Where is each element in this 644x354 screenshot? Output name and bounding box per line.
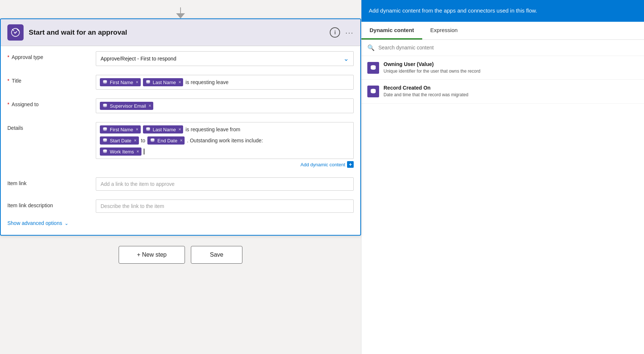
panel-header: Add dynamic content from the apps and co… [361,0,644,22]
item-link-field[interactable]: Add a link to the item to approve [96,177,354,191]
info-button[interactable]: i [330,27,340,38]
assigned-to-token-field[interactable]: Supervisor Email × [96,98,354,113]
title-label: * Title [7,75,96,84]
token-last-name-title-text: Last Name [153,80,176,85]
panel-search-bar: 🔍 [361,40,644,56]
show-advanced-button[interactable]: Show advanced options ⌄ [7,216,69,228]
token-first-name-title[interactable]: First Name × [100,78,141,86]
token-first-name-details[interactable]: First Name × [100,125,141,133]
token-work-items-text: Work Items [110,149,134,155]
item-link-desc-input-area: Describe the link to the item [96,199,354,213]
card-header: Start and wait for an approval i ··· [1,19,360,46]
title-row: * Title First Name × [7,70,354,93]
details-label: Details [7,122,96,131]
add-dynamic-label: Add dynamic content [301,162,345,167]
approval-icon-wrap [7,24,24,41]
item-link-desc-placeholder: Describe the link to the item [101,203,164,209]
new-step-button[interactable]: + New step [119,246,185,264]
assigned-to-label: * Assigned to [7,98,96,107]
token-start-date-text: Start Date [110,138,132,143]
approval-type-input-area: Approve/Reject - First to respond ⌄ [96,51,354,66]
token-supervisor-email[interactable]: Supervisor Email × [100,102,153,110]
panel-search-input[interactable] [378,45,638,51]
assigned-to-row: * Assigned to Supervisor Email × [7,93,354,117]
more-options-button[interactable]: ··· [345,28,354,37]
card-body: * Approval type Approve/Reject - First t… [1,46,360,235]
item-name-2: Record Created On [384,85,638,91]
token-start-date[interactable]: Start Date × [100,136,139,145]
details-row: Details First Name × [7,117,354,172]
token-work-items[interactable]: Work Items × [100,148,141,156]
token-end-date-close[interactable]: × [180,138,182,143]
token-last-name-details-close[interactable]: × [178,127,181,132]
item-db-icon-1 [367,62,379,74]
approval-type-row: * Approval type Approve/Reject - First t… [7,46,354,70]
item-text-1: Owning User (Value) Unique identifier fo… [384,61,638,74]
list-item[interactable]: Owning User (Value) Unique identifier fo… [361,56,644,80]
add-dynamic-plus-icon: + [347,161,354,168]
chevron-down-icon: ⌄ [64,221,69,226]
item-link-row: Item link Add a link to the item to appr… [7,172,354,194]
save-button[interactable]: Save [191,246,242,264]
details-line-3: Work Items × [100,148,350,156]
item-link-label: Item link [7,177,96,186]
tab-dynamic-content[interactable]: Dynamic content [361,22,422,39]
add-dynamic-button[interactable]: Add dynamic content + [301,161,354,168]
approval-icon [11,28,20,37]
token-last-name-details-text: Last Name [153,127,176,132]
assigned-to-input-area: Supervisor Email × [96,98,354,113]
title-static-text: is requesting leave [185,79,228,85]
details-field[interactable]: First Name × Last Name × is requesting l [96,122,354,159]
dropdown-arrow-icon: ⌄ [343,55,349,63]
token-db-icon-4 [102,126,108,132]
item-link-desc-label: Item link description [7,199,96,208]
item-text-2: Record Created On Date and time that the… [384,85,638,98]
title-input-area: First Name × Last Name × is requesting l… [96,75,354,90]
token-db-icon-5 [145,126,151,132]
token-end-date-text: End Date [157,138,177,143]
token-end-date[interactable]: End Date × [147,136,185,145]
token-first-name-title-text: First Name [110,80,133,85]
item-desc-2: Date and time that the record was migrat… [384,92,638,98]
details-line2-suffix: . Outstanding work items include: [187,138,263,143]
token-first-name-details-text: First Name [110,127,133,132]
approval-card: Start and wait for an approval i ··· * A… [0,18,361,236]
title-token-field[interactable]: First Name × Last Name × is requesting l… [96,75,354,90]
details-input-area: First Name × Last Name × is requesting l [96,122,354,169]
bottom-buttons: + New step Save [119,246,242,264]
token-last-name-title[interactable]: Last Name × [143,78,183,86]
details-to-text: to [141,138,146,143]
approval-type-required: * [7,54,9,60]
list-item[interactable]: Record Created On Date and time that the… [361,80,644,104]
panel-list: Owning User (Value) Unique identifier fo… [361,56,644,354]
card-header-right: i ··· [330,27,354,38]
token-db-icon-2 [145,79,151,85]
search-icon: 🔍 [367,44,375,51]
token-supervisor-email-text: Supervisor Email [110,103,146,109]
details-line-1: First Name × Last Name × is requesting l [100,125,350,133]
tab-expression[interactable]: Expression [422,22,466,39]
show-advanced-label: Show advanced options [7,220,62,226]
approval-type-dropdown[interactable]: Approve/Reject - First to respond ⌄ [96,51,354,66]
item-name-1: Owning User (Value) [384,61,638,67]
item-desc-1: Unique identifier for the user that owns… [384,68,638,74]
token-first-name-title-close[interactable]: × [136,80,139,85]
assigned-to-required: * [7,101,9,107]
token-last-name-title-close[interactable]: × [178,80,181,85]
card-title: Start and wait for an approval [29,28,127,37]
token-db-icon-8 [102,149,108,155]
item-link-desc-row: Item link description Describe the link … [7,194,354,216]
token-supervisor-email-close[interactable]: × [148,103,151,108]
top-connector [176,7,185,18]
title-required: * [7,78,9,84]
token-first-name-details-close[interactable]: × [136,127,139,132]
item-link-input-area: Add a link to the item to approve [96,177,354,191]
token-last-name-details[interactable]: Last Name × [143,125,183,133]
right-panel: Add dynamic content from the apps and co… [361,0,644,354]
token-start-date-close[interactable]: × [134,138,137,143]
details-line-2: Start Date × to End Date × [100,136,350,145]
token-db-icon-7 [150,138,155,143]
item-link-desc-field[interactable]: Describe the link to the item [96,199,354,213]
token-work-items-close[interactable]: × [137,149,139,154]
token-db-icon [102,79,108,85]
